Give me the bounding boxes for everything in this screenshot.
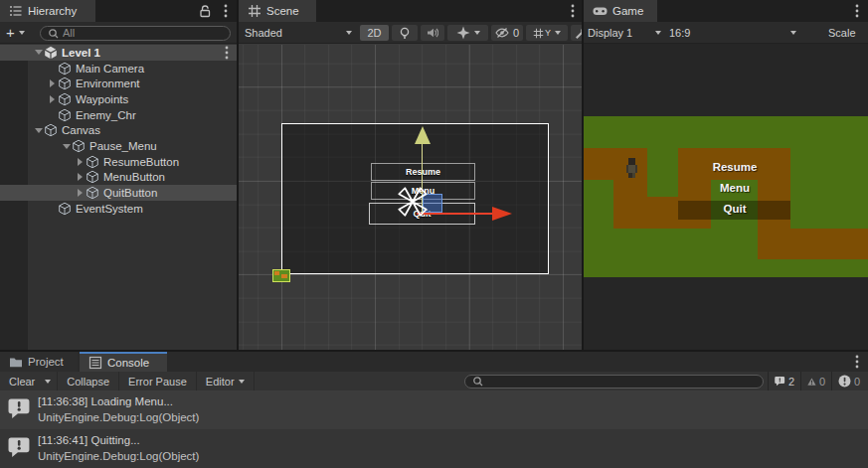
path-tile: [758, 229, 868, 259]
gameobject-cube-icon: [86, 170, 99, 184]
warning-count: 0: [819, 376, 825, 388]
expand-open-icon[interactable]: [63, 144, 71, 149]
map-path-pixel: [281, 274, 287, 278]
expand-open-icon[interactable]: [35, 128, 43, 133]
scale-label: Scale: [828, 27, 856, 39]
game-menu-button-ui[interactable]: Menu: [593, 182, 868, 194]
expand-closed-icon[interactable]: [50, 95, 55, 103]
tab-scene[interactable]: Scene: [239, 0, 316, 22]
hierarchy-lock-button[interactable]: [198, 4, 212, 18]
gameobject-cube-icon: [58, 77, 72, 90]
tree-item-label: EventSystem: [76, 203, 143, 215]
scene-viewport[interactable]: Resume Menu Quit: [239, 45, 582, 350]
console-search[interactable]: [464, 375, 764, 389]
expand-closed-icon[interactable]: [78, 189, 83, 197]
tree-item-label: Waypoints: [76, 93, 128, 105]
scene-menu-button[interactable]: [566, 4, 580, 18]
tree-item-main-camera[interactable]: Main Camera: [0, 61, 237, 77]
expand-closed-icon[interactable]: [78, 158, 83, 166]
tree-item-enemy-chr[interactable]: Enemy_Chr: [0, 107, 237, 123]
hierarchy-tree: Level 1 Main Camera Environment Waypoint…: [0, 44, 237, 350]
game-toolbar: Display 1 16:9 Scale: [584, 22, 868, 44]
scene-effects-button[interactable]: [447, 25, 488, 41]
game-tabbar: Game: [584, 0, 868, 22]
game-menu-label: Menu: [720, 182, 750, 194]
scene-options-button[interactable]: [220, 46, 234, 60]
aspect-ratio-dropdown[interactable]: 16:9: [669, 25, 796, 41]
collapse-button[interactable]: Collapse: [58, 372, 119, 390]
hierarchy-toolbar: +: [0, 22, 237, 44]
scene-tools-button[interactable]: [571, 25, 582, 41]
tree-item-pause-menu[interactable]: Pause_Menu: [0, 138, 237, 154]
scene-panel: Scene Shaded 2D: [239, 0, 582, 350]
tree-item-label: Level 1: [62, 47, 100, 59]
tree-item-environment[interactable]: Environment: [0, 76, 237, 91]
error-count-toggle[interactable]: 0: [831, 372, 868, 390]
chevron-down-icon: [790, 31, 796, 35]
console-log-entry[interactable]: [11:36:41] Quitting... UnityEngine.Debug…: [0, 429, 868, 468]
shading-mode-dropdown[interactable]: Shaded: [245, 25, 356, 41]
error-circle-icon: [838, 375, 851, 388]
log-message: [11:36:41] Quitting...: [38, 434, 140, 446]
clear-button[interactable]: Clear: [0, 372, 39, 390]
hierarchy-search[interactable]: [40, 26, 231, 41]
gameobject-cube-icon: [86, 186, 99, 200]
grid-line: [239, 86, 582, 87]
editor-label: Editor: [206, 376, 235, 388]
hierarchy-search-input[interactable]: [63, 27, 223, 39]
eye-slash-icon: [495, 27, 509, 39]
log-bubble-icon: [8, 436, 31, 458]
tree-item-menubutton[interactable]: MenuButton: [0, 170, 237, 186]
create-object-button[interactable]: +: [6, 25, 25, 41]
tree-item-canvas[interactable]: Canvas: [0, 123, 237, 139]
display-dropdown[interactable]: Display 1: [588, 25, 661, 41]
tree-item-level-1[interactable]: Level 1: [0, 45, 237, 61]
2d-label: 2D: [367, 27, 381, 39]
editor-dropdown-button[interactable]: Editor: [197, 372, 255, 390]
grid-line: [563, 45, 564, 350]
console-menu-button[interactable]: [850, 355, 864, 369]
game-menu-button[interactable]: [850, 4, 864, 18]
kebab-menu-icon: [224, 4, 228, 18]
gizmo-y-arrowhead[interactable]: [415, 126, 431, 144]
error-pause-button[interactable]: Error Pause: [119, 372, 197, 390]
level-map-sprite[interactable]: [272, 269, 290, 282]
clear-dropdown-button[interactable]: [39, 372, 58, 390]
scene-lighting-button[interactable]: [392, 25, 418, 41]
tab-project[interactable]: Project: [0, 352, 78, 372]
search-icon: [48, 28, 59, 39]
game-resume-button[interactable]: Resume: [593, 161, 868, 173]
log-stacktrace: UnityEngine.Debug:Log(Object): [38, 411, 199, 423]
gamepad-icon: [593, 4, 608, 18]
tree-item-eventsystem[interactable]: EventSystem: [0, 201, 237, 217]
tab-hierarchy[interactable]: Hierarchy: [0, 0, 95, 22]
console-panel: Project Console Clear Collapse Error Pau…: [0, 352, 868, 468]
tree-item-waypoints[interactable]: Waypoints: [0, 91, 237, 107]
tab-console[interactable]: Console: [80, 352, 167, 372]
scene-audio-button[interactable]: [421, 25, 444, 41]
toggle-2d-button[interactable]: 2D: [360, 25, 389, 41]
unity-editor-window: Hierarchy + Level 1: [0, 0, 868, 468]
unlock-icon: [198, 4, 212, 18]
expand-closed-icon[interactable]: [78, 173, 83, 181]
console-search-input[interactable]: [487, 376, 756, 388]
scene-visibility-button[interactable]: 0: [491, 25, 523, 41]
expand-closed-icon[interactable]: [50, 79, 55, 87]
expand-open-icon[interactable]: [35, 50, 43, 55]
scale-control[interactable]: Scale: [828, 25, 856, 41]
rect-anchor-gizmo-icon[interactable]: [391, 180, 434, 224]
resume-button-wireframe[interactable]: Resume: [371, 163, 475, 181]
hierarchy-menu-button[interactable]: [219, 4, 233, 18]
log-count-toggle[interactable]: 2: [768, 372, 800, 390]
grid-snap-button[interactable]: Y: [526, 25, 568, 41]
tree-item-resumebutton[interactable]: ResumeButton: [0, 154, 237, 170]
plus-icon: +: [6, 26, 15, 40]
gizmo-x-arrowhead[interactable]: [492, 207, 512, 221]
map-path-pixel: [274, 271, 279, 275]
console-tabbar: Project Console: [0, 352, 868, 372]
game-quit-label: Quit: [724, 203, 747, 215]
tab-game[interactable]: Game: [584, 0, 657, 22]
console-log-entry[interactable]: [11:36:38] Loading Menu... UnityEngine.D…: [0, 390, 868, 429]
tree-item-quitbutton[interactable]: QuitButton: [0, 185, 237, 201]
warning-count-toggle[interactable]: 0: [800, 372, 831, 390]
